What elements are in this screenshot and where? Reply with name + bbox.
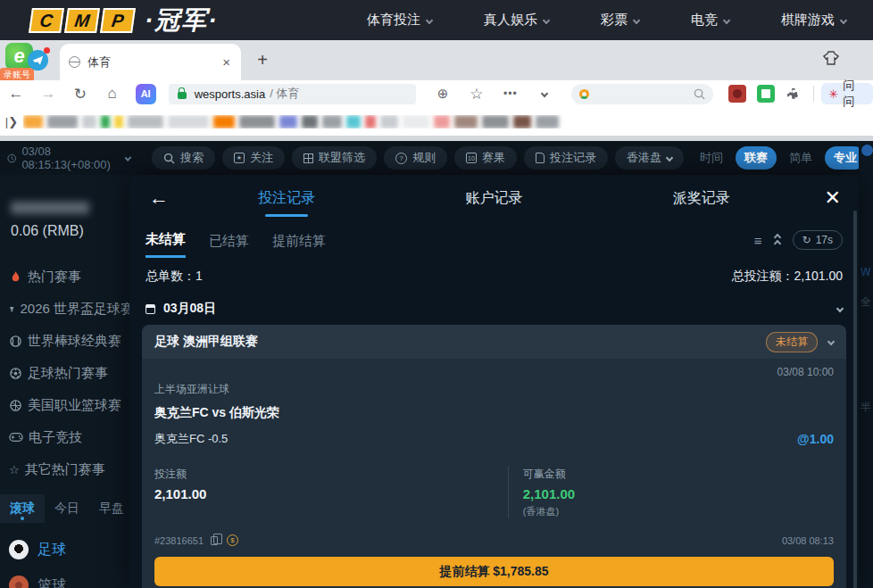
basketball-icon	[9, 399, 22, 412]
bookmarks-mosaic[interactable]	[23, 115, 873, 128]
bet-card-body: 03/08 10:00 上半场亚洲让球 奥克兰FC vs 伯斯光荣 奥克兰FC …	[142, 359, 846, 588]
sort-list-icon[interactable]: ≡	[754, 233, 762, 248]
nav-card-games[interactable]: 棋牌游戏	[781, 12, 846, 29]
extension-camera-icon[interactable]	[728, 85, 746, 103]
toolbar-right-cluster: ⊕ ☆ ••• ✳ 问问	[427, 83, 873, 104]
forward-button[interactable]: →	[32, 85, 64, 103]
close-icon[interactable]: ✕	[825, 186, 841, 210]
extension-book-icon[interactable]	[757, 85, 775, 103]
bookmark-star-icon[interactable]: ☆	[461, 85, 493, 104]
tab-live[interactable]: 滚球	[0, 494, 45, 523]
address-bar[interactable]: wesports.asia / 体育	[169, 84, 416, 104]
nav-sports-betting[interactable]: 体育投注	[367, 12, 432, 29]
chevron-down-icon	[633, 16, 640, 23]
ai-assistant-button[interactable]: AI	[136, 84, 156, 104]
ask-ai-button[interactable]: ✳ 问问	[821, 83, 873, 104]
cashout-button[interactable]: 提前结算 $1,785.85	[154, 557, 834, 586]
tab-early[interactable]: 早盘	[89, 494, 134, 523]
sidebar-item-world-baseball-classic[interactable]: 世界棒球经典赛	[0, 325, 134, 357]
rules-button[interactable]: ? 规则	[384, 146, 447, 170]
back-button[interactable]: ←	[0, 85, 32, 103]
bookmarks-bar: |❯	[0, 107, 873, 136]
logo-brand-text: ·冠军·	[145, 4, 219, 37]
simple-view-toggle[interactable]: 简单	[780, 150, 821, 166]
nav-live-casino[interactable]: 真人娱乐	[484, 12, 549, 29]
send-to-device-icon[interactable]: ⊕	[427, 86, 459, 102]
tab-close-icon[interactable]: ×	[220, 54, 232, 70]
browser-tab-strip: e 录账号 体育 × +	[0, 40, 873, 80]
back-arrow-icon[interactable]: ←	[149, 186, 169, 210]
sidebar-expand-icon[interactable]: |❯	[0, 115, 23, 128]
extensions-chevron-icon[interactable]	[528, 85, 561, 103]
tab-bet-records[interactable]: 投注记录	[183, 177, 390, 220]
sidebar-item-soccer-hot[interactable]: 足球热门赛事	[0, 357, 134, 389]
reload-button[interactable]: ↻	[64, 85, 96, 104]
browser-toolbar: ← → ↻ ⌂ AI wesports.asia / 体育 ⊕ ☆ ••• ✳ …	[0, 80, 873, 107]
modal-scrollbar[interactable]	[853, 211, 857, 588]
sort-by-time-toggle[interactable]: 时间	[691, 150, 732, 166]
tab-payout-records[interactable]: 派奖记录	[598, 177, 805, 220]
sidebar-item-esports[interactable]: 电子竞技	[0, 421, 134, 453]
date-group-row[interactable]: 03月08日	[129, 294, 859, 323]
coin-icon[interactable]: $	[227, 534, 238, 546]
sidebar-item-world-cup-2026[interactable]: 2026 世界盃足球赛	[0, 293, 134, 325]
copy-icon[interactable]	[211, 536, 218, 545]
clock-icon	[7, 153, 16, 164]
globe-icon	[69, 56, 80, 68]
summary-row: 总单数：1 总投注额：2,101.00	[129, 259, 859, 294]
search-button[interactable]: 搜索	[152, 146, 215, 170]
server-time[interactable]: 03/08 08:15:13(+08:00)	[7, 145, 130, 171]
gamepad-icon	[9, 432, 23, 443]
league-name: 足球 澳洲甲组联赛	[154, 334, 258, 350]
bet-id: #23816651	[154, 535, 204, 546]
bet-card-header[interactable]: 足球 澳洲甲组联赛 未结算	[142, 325, 846, 359]
cmp-logo[interactable]: C M P ·冠军·	[30, 4, 219, 37]
market-name: 上半场亚洲让球	[154, 382, 834, 397]
tab-today[interactable]: 今日	[45, 494, 89, 523]
sort-by-league-toggle[interactable]: 联赛	[736, 146, 777, 170]
theme-shirt-icon[interactable]	[823, 51, 839, 69]
chevron-down-icon	[426, 16, 433, 23]
results-button[interactable]: 10 赛果	[454, 146, 517, 170]
browser-tab-active[interactable]: 体育 ×	[60, 44, 241, 80]
more-options-icon[interactable]: •••	[495, 87, 527, 100]
total-orders: 总单数：1	[146, 269, 203, 285]
chevron-down-icon	[836, 305, 844, 312]
sport-soccer[interactable]: 足球	[0, 535, 134, 564]
favorites-button[interactable]: ★ 关注	[222, 146, 285, 170]
chevron-down-icon	[840, 16, 847, 23]
subtab-unsettled[interactable]: 未结算	[146, 222, 186, 258]
refresh-countdown[interactable]: ↻ 17s	[793, 230, 843, 250]
league-filter-button[interactable]: 联盟筛选	[292, 146, 377, 170]
collapse-all-icon[interactable]	[775, 235, 780, 246]
nav-esports[interactable]: 电竞	[691, 12, 729, 29]
bet-records-button[interactable]: 投注记录	[524, 146, 608, 170]
grid-icon	[303, 153, 313, 163]
sidebar-item-hot-events[interactable]: 热门赛事	[0, 261, 134, 293]
sidebar-item-other-hot[interactable]: ☆ 其它热门赛事	[0, 453, 134, 485]
quick-search-box[interactable]	[571, 84, 714, 104]
sport-basketball[interactable]: 篮球	[0, 571, 134, 588]
subtab-settled[interactable]: 已结算	[209, 224, 249, 257]
subtab-cashout[interactable]: 提前结算	[272, 224, 326, 257]
tab-account-records[interactable]: 账户记录	[390, 177, 597, 220]
puzzle-extensions-icon[interactable]	[786, 86, 802, 102]
calendar-icon	[146, 304, 155, 314]
url-path: / 体育	[270, 86, 299, 102]
sidebar-item-nba[interactable]: 美国职业篮球赛	[0, 389, 134, 421]
sidebar-time-tabs: 滚球 今日 早盘	[0, 494, 134, 523]
soccer-icon	[9, 367, 22, 380]
home-button[interactable]: ⌂	[96, 85, 129, 103]
modal-tabs: 投注记录 账户记录 派奖记录	[129, 177, 859, 220]
new-tab-button[interactable]: +	[251, 49, 274, 72]
search-icon	[694, 88, 705, 100]
trophy-icon	[9, 302, 14, 316]
star-icon: ☆	[9, 463, 20, 476]
search-icon	[163, 153, 175, 164]
nav-lottery[interactable]: 彩票	[601, 12, 639, 29]
star-box-icon: ★	[234, 153, 245, 163]
status-badge: 未结算	[766, 332, 818, 352]
odds-type-selector[interactable]: 香港盘	[615, 146, 684, 170]
stake-amount: 2,101.00	[154, 486, 508, 501]
question-icon: ?	[395, 153, 407, 164]
